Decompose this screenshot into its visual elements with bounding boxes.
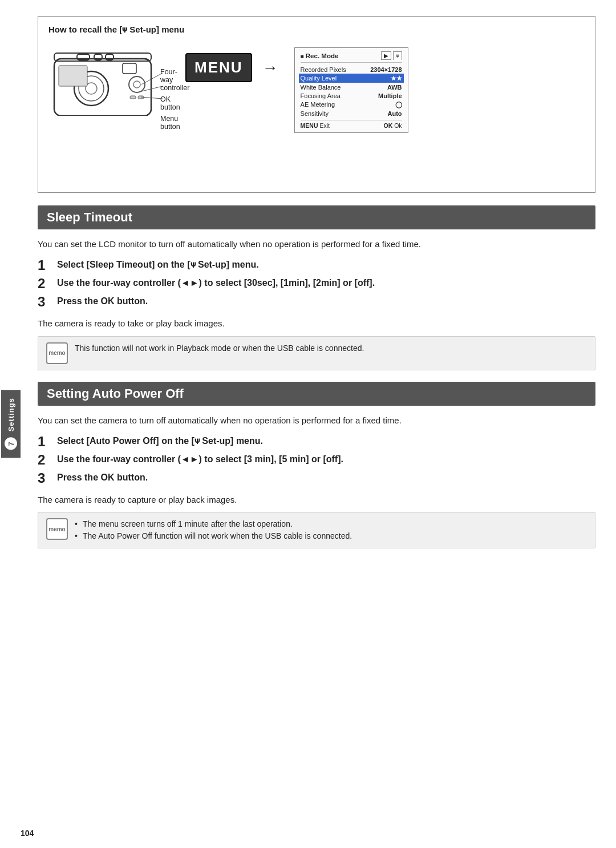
menu-row-pixels: Recorded Pixels 2304×1728: [301, 65, 402, 74]
auto-step-number-2: 2: [38, 453, 51, 467]
svg-rect-8: [123, 63, 136, 74]
tab-playback: ▶: [381, 51, 391, 60]
step-number-2: 2: [38, 277, 51, 290]
auto-memo-bullet-1: The menu screen turns off 1 minute after…: [75, 518, 352, 530]
auto-memo-icon: memo: [46, 518, 68, 540]
camera-svg: [48, 42, 168, 116]
chapter-tab: 7 Settings: [1, 390, 21, 458]
sleep-memo-text: This function will not work in Playback …: [75, 342, 364, 354]
step-text-1: Select [Sleep Timeout] on the [ᴪ Set-up]…: [57, 259, 259, 271]
step-text-3: Press the OK button.: [57, 295, 148, 308]
sleep-timeout-header: Sleep Timeout: [38, 205, 595, 229]
menu-row-wb: White Balance AWB: [301, 83, 402, 91]
menu-tabs: ▶ ᴪ: [381, 51, 402, 60]
pixels-value: 2304×1728: [370, 66, 402, 73]
auto-memo-bullets: The menu screen turns off 1 minute after…: [75, 518, 352, 542]
auto-memo-bullet-2: The Auto Power Off function will not wor…: [75, 530, 352, 542]
svg-point-10: [133, 81, 140, 88]
auto-step-3: 3 Press the OK button.: [38, 471, 595, 485]
label-menu-text: Menu button: [160, 115, 180, 131]
pixels-label: Recorded Pixels: [301, 66, 346, 73]
auto-step-2: 2 Use the four-way controller (◄►) to se…: [38, 453, 595, 467]
quality-value: ★★: [391, 75, 402, 82]
focus-label: Focusing Area: [301, 92, 341, 99]
memo-icon-label: memo: [48, 350, 65, 356]
chapter-number: 7: [5, 438, 17, 450]
label-ok: OK button: [157, 95, 174, 111]
wb-label: White Balance: [301, 84, 341, 91]
menu-footer: MENU Exit OK Ok: [301, 120, 402, 129]
footer-exit: MENU Exit: [301, 122, 330, 129]
step-number-3: 3: [38, 295, 51, 309]
menu-row-sensitivity: Sensitivity Auto: [301, 109, 402, 118]
auto-memo-box: memo The menu screen turns off 1 minute …: [38, 512, 595, 548]
step-number-1: 1: [38, 259, 51, 272]
auto-memo-icon-label: memo: [48, 526, 65, 532]
mode-label: ■ Rec. Mode: [301, 53, 339, 59]
svg-rect-11: [130, 96, 136, 99]
svg-point-9: [129, 76, 145, 92]
menu-screen-header: ■ Rec. Mode ▶ ᴪ: [301, 51, 402, 63]
sleep-after-step3: The camera is ready to take or play back…: [38, 317, 595, 330]
auto-step-text-3: Press the OK button.: [57, 471, 148, 484]
sleep-timeout-intro: You can set the LCD monitor to turn off …: [38, 237, 595, 251]
footer-ok: OK Ok: [383, 122, 402, 129]
menu-row-ae: AE Metering ◯: [301, 100, 402, 109]
recall-title: How to recall the [ᴪ Set-up] menu: [48, 25, 585, 35]
auto-step-number-3: 3: [38, 471, 51, 485]
auto-power-off-header: Setting Auto Power Off: [38, 382, 595, 406]
menu-word-area: MENU →: [185, 53, 283, 82]
tab-setup: ᴪ: [393, 51, 402, 60]
camera-labels: Four-way controller OK button Menu butto…: [157, 68, 174, 131]
menu-row-quality: Quality Level ★★: [299, 74, 404, 83]
chapter-label: Settings: [7, 398, 15, 431]
sidebar: 7 Settings: [0, 0, 22, 848]
label-four-way: Four-way controller: [157, 68, 174, 92]
auto-power-off-intro: You can set the camera to turn off autom…: [38, 414, 595, 427]
menu-row-focus: Focusing Area Multiple: [301, 91, 402, 100]
sleep-memo-box: memo This function will not work in Play…: [38, 336, 595, 370]
sleep-timeout-steps: 1 Select [Sleep Timeout] on the [ᴪ Set-u…: [38, 259, 595, 309]
page-number: 104: [21, 829, 34, 838]
recall-inner: Four-way controller OK button Menu butto…: [48, 42, 585, 182]
step-text-2: Use the four-way controller (◄►) to sele…: [57, 277, 375, 289]
sleep-step-1: 1 Select [Sleep Timeout] on the [ᴪ Set-u…: [38, 259, 595, 272]
auto-step-text-1: Select [Auto Power Off] on the [ᴪ Set-up…: [57, 435, 263, 447]
auto-step-1: 1 Select [Auto Power Off] on the [ᴪ Set-…: [38, 435, 595, 449]
menu-word-box: MENU: [185, 53, 252, 82]
label-ok-text: OK button: [160, 95, 180, 111]
auto-after-step3: The camera is ready to capture or play b…: [38, 493, 595, 506]
quality-label: Quality Level: [301, 75, 337, 82]
auto-step-text-2: Use the four-way controller (◄►) to sele…: [57, 453, 343, 466]
label-menu: Menu button: [157, 115, 174, 131]
ae-value: ◯: [395, 101, 402, 108]
svg-rect-13: [59, 66, 87, 86]
sleep-step-3: 3 Press the OK button.: [38, 295, 595, 309]
auto-power-off-title: Setting Auto Power Off: [47, 386, 184, 401]
main-content: How to recall the [ᴪ Set-up] menu: [22, 0, 616, 848]
auto-power-steps: 1 Select [Auto Power Off] on the [ᴪ Set-…: [38, 435, 595, 485]
sleep-step-2: 2 Use the four-way controller (◄►) to se…: [38, 277, 595, 290]
recall-box: How to recall the [ᴪ Set-up] menu: [38, 16, 595, 193]
wb-value: AWB: [387, 84, 402, 91]
sleep-memo-icon: memo: [46, 342, 68, 364]
sensitivity-label: Sensitivity: [301, 110, 329, 117]
menu-arrow: →: [262, 59, 278, 77]
label-four-way-text: Four-way controller: [160, 68, 189, 92]
sensitivity-value: Auto: [388, 110, 402, 117]
ae-label: AE Metering: [301, 101, 335, 108]
camera-diagram: Four-way controller OK button Menu butto…: [48, 42, 174, 182]
auto-step-number-1: 1: [38, 435, 51, 449]
page-wrapper: 7 Settings How to recall the [ᴪ Set-up] …: [0, 0, 616, 848]
focus-value: Multiple: [378, 92, 402, 99]
sleep-timeout-title: Sleep Timeout: [47, 210, 132, 224]
menu-screen: ■ Rec. Mode ▶ ᴪ Recorded Pixels 2304×172…: [294, 47, 408, 133]
